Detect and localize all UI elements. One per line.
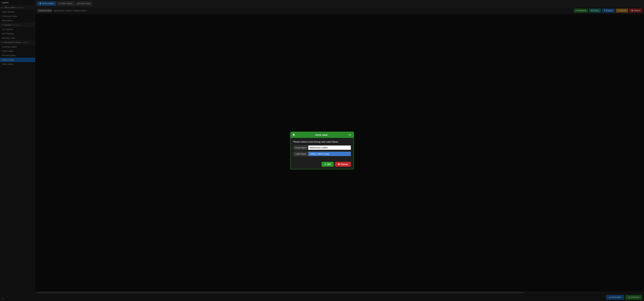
label-name-label: Label Name xyxy=(293,152,308,156)
modal-body: Please select a new Group and Label Name… xyxy=(290,138,354,160)
group-name-input[interactable] xyxy=(308,146,351,150)
group-name-row: Group Name xyxy=(293,146,351,150)
modal-cancel-button[interactable]: ✖ Cancel xyxy=(335,162,351,167)
modal-message: Please select a new Group and Label Name… xyxy=(293,140,351,143)
modal-ok-button[interactable]: ✔ OK xyxy=(322,162,334,167)
label-name-row: Label Name xyxy=(293,152,351,156)
check-icon: ✔ xyxy=(324,163,326,166)
modal-overlay: ✥ Clone Label ✕ Please select a new Grou… xyxy=(0,0,644,301)
times-icon: ✖ xyxy=(338,163,340,166)
label-name-input[interactable] xyxy=(308,152,351,156)
clone-label-dialog: ✥ Clone Label ✕ Please select a new Grou… xyxy=(290,132,354,169)
group-name-label: Group Name xyxy=(293,146,308,150)
modal-title: Clone Label xyxy=(315,134,328,136)
move-icon: ✥ xyxy=(292,133,295,136)
modal-header: ✥ Clone Label ✕ xyxy=(290,132,354,138)
modal-close-button[interactable]: ✕ xyxy=(348,133,352,136)
modal-footer: ✔ OK ✖ Cancel xyxy=(290,160,354,169)
